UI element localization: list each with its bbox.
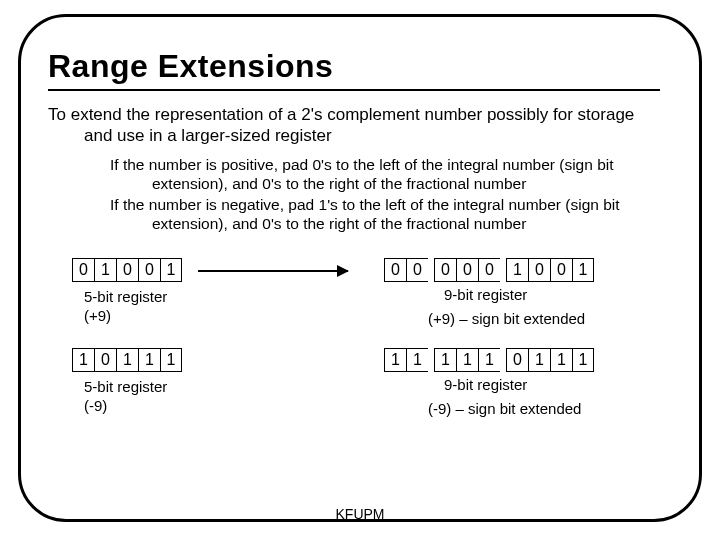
- caption-line: 5-bit register: [84, 378, 167, 395]
- bit: 0: [506, 348, 528, 372]
- bit: 1: [550, 348, 572, 372]
- caption-line: (-9) – sign bit extended: [428, 400, 581, 417]
- reg5-neg: 1 0 1 1 1: [72, 348, 182, 372]
- bit: 1: [478, 348, 500, 372]
- rule-positive: If the number is positive, pad 0's to th…: [48, 156, 660, 194]
- bit: 1: [94, 258, 116, 282]
- reg5-pos-caption: 5-bit register (+9): [84, 288, 167, 326]
- reg9-neg-caption2: (-9) – sign bit extended: [428, 400, 581, 419]
- footer-text: KFUPM: [0, 506, 720, 522]
- bit: 0: [550, 258, 572, 282]
- bit: 1: [116, 348, 138, 372]
- title-rule: [48, 89, 660, 91]
- reg9-neg: 1 1 1 1 1 0 1 1 1: [384, 348, 594, 372]
- bit: 0: [138, 258, 160, 282]
- bit: 1: [456, 348, 478, 372]
- bit: 1: [160, 258, 182, 282]
- caption-line: 9-bit register: [444, 286, 527, 303]
- caption-line: 9-bit register: [444, 376, 527, 393]
- caption-line: (+9) – sign bit extended: [428, 310, 585, 327]
- diagram-area: 0 1 0 0 1 0 0 0 0 0 1 0 0 1 5-bit regist…: [48, 252, 660, 462]
- slide-content: Range Extensions To extend the represent…: [48, 48, 674, 462]
- reg5-pos: 0 1 0 0 1: [72, 258, 182, 282]
- bit: 1: [384, 348, 406, 372]
- bit: 0: [478, 258, 500, 282]
- reg9-pos: 0 0 0 0 0 1 0 0 1: [384, 258, 594, 282]
- reg9-pos-caption2: (+9) – sign bit extended: [428, 310, 585, 329]
- bit: 0: [384, 258, 406, 282]
- intro-text: To extend the representation of a 2's co…: [48, 105, 654, 146]
- bit: 1: [528, 348, 550, 372]
- bit: 1: [572, 348, 594, 372]
- bit: 1: [160, 348, 182, 372]
- bit: 1: [138, 348, 160, 372]
- arrow-icon: [198, 270, 348, 272]
- bit: 0: [528, 258, 550, 282]
- bit: 0: [116, 258, 138, 282]
- bit: 1: [434, 348, 456, 372]
- bit: 1: [72, 348, 94, 372]
- bit: 1: [506, 258, 528, 282]
- reg5-neg-caption: 5-bit register (-9): [84, 378, 167, 416]
- bit: 0: [406, 258, 428, 282]
- bit: 0: [94, 348, 116, 372]
- caption-line: (+9): [84, 307, 111, 324]
- bit: 1: [406, 348, 428, 372]
- bit: 0: [456, 258, 478, 282]
- rule-negative: If the number is negative, pad 1's to th…: [48, 196, 660, 234]
- caption-line: (-9): [84, 397, 107, 414]
- bit: 0: [72, 258, 94, 282]
- caption-line: 5-bit register: [84, 288, 167, 305]
- reg9-pos-caption: 9-bit register: [444, 286, 527, 305]
- bit: 1: [572, 258, 594, 282]
- bit: 0: [434, 258, 456, 282]
- reg9-neg-caption: 9-bit register: [444, 376, 527, 395]
- slide-title: Range Extensions: [48, 48, 674, 85]
